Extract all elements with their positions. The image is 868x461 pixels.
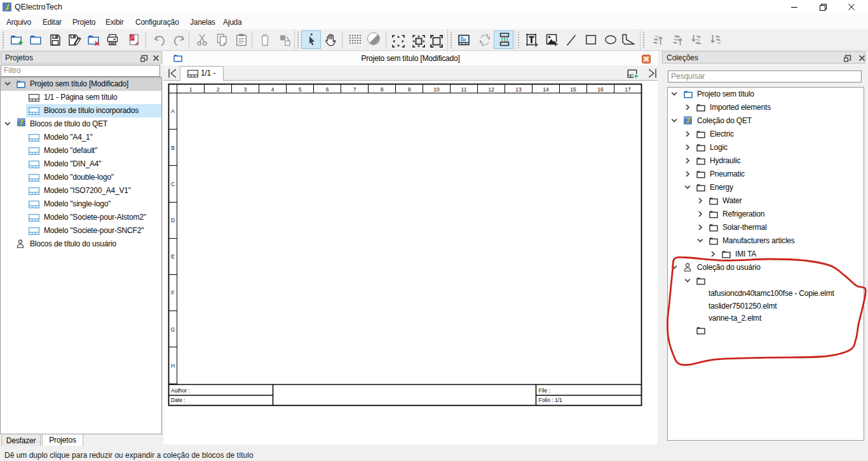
svg-text:17: 17 xyxy=(625,86,631,93)
svg-text:14: 14 xyxy=(543,86,549,93)
svg-text:11: 11 xyxy=(461,86,467,93)
svg-text:12: 12 xyxy=(488,86,494,93)
svg-text:Folio : 1/1: Folio : 1/1 xyxy=(539,397,563,403)
svg-text:5: 5 xyxy=(299,86,302,93)
svg-text:15: 15 xyxy=(570,86,576,93)
svg-text:Author :: Author : xyxy=(171,387,190,394)
svg-text:6: 6 xyxy=(326,86,329,93)
svg-text:File :: File : xyxy=(539,387,550,394)
svg-text:16: 16 xyxy=(597,86,604,93)
svg-text:G: G xyxy=(171,326,175,333)
svg-text:H: H xyxy=(171,363,175,369)
svg-text:7: 7 xyxy=(353,86,356,93)
svg-text:F: F xyxy=(171,290,174,296)
svg-text:10: 10 xyxy=(433,86,440,93)
svg-text:C: C xyxy=(171,181,175,187)
svg-text:13: 13 xyxy=(515,86,522,93)
svg-text:9: 9 xyxy=(408,86,411,93)
svg-text:E: E xyxy=(171,253,175,260)
svg-text:8: 8 xyxy=(381,86,384,93)
svg-text:A: A xyxy=(171,108,175,114)
svg-text:4: 4 xyxy=(271,86,275,93)
svg-text:B: B xyxy=(171,145,175,151)
svg-text:3: 3 xyxy=(244,86,247,93)
svg-text:2: 2 xyxy=(217,86,220,93)
svg-text:Date :: Date : xyxy=(171,397,186,403)
svg-text:1: 1 xyxy=(189,86,193,93)
svg-text:D: D xyxy=(171,217,175,224)
